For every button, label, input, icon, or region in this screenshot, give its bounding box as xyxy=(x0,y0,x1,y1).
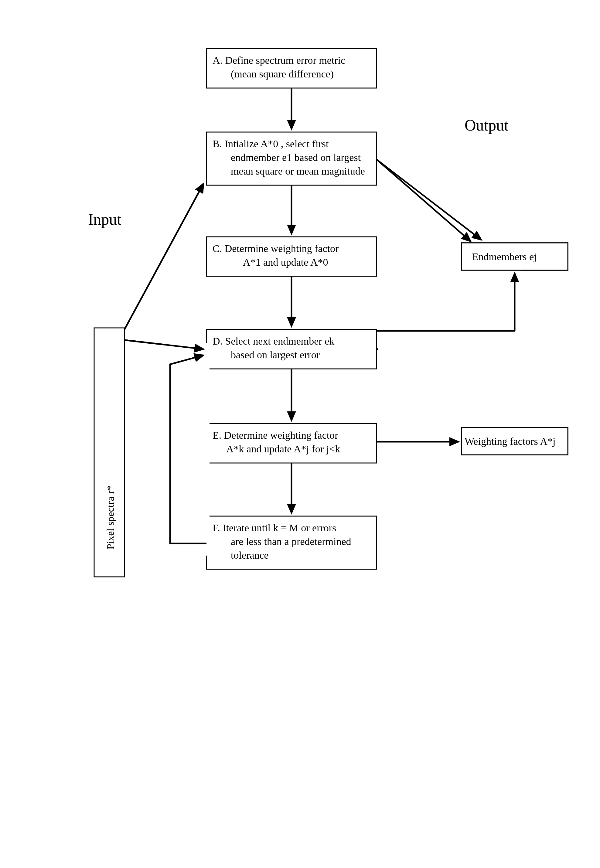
step-e-line1: E. Determine weighting factor xyxy=(212,430,338,441)
step-a-box: A. Define spectrum error metric (mean sq… xyxy=(206,48,377,88)
svg-text:Weighting factors A*j: Weighting factors A*j xyxy=(465,436,555,447)
output-header: Output xyxy=(465,117,509,134)
step-d-box: D. Select next endmember ek based on lar… xyxy=(206,329,377,369)
step-b-line3: mean square or mean magnitude xyxy=(231,165,365,177)
step-b-box: B. Intialize A*0 , select first endmembe… xyxy=(206,132,377,185)
step-e-line2: A*k and update A*j for j<k xyxy=(226,443,340,454)
step-b-line2: endmember e1 based on largest xyxy=(231,152,361,163)
svg-line-20 xyxy=(377,159,471,241)
step-d-line1: D. Select next endmember ek xyxy=(212,335,334,347)
step-d-line2: based on largest error xyxy=(231,349,320,361)
pixel-spectra-box: Pixel spectra r* xyxy=(94,328,124,577)
svg-rect-15 xyxy=(378,272,521,427)
step-c-line1: C. Determine weighting factor xyxy=(212,243,339,254)
step-f-line3: tolerance xyxy=(231,550,269,561)
step-a-line2: (mean square difference) xyxy=(231,68,334,80)
step-f-line1: F. Iterate until k = M or errors xyxy=(212,522,336,533)
pixel-spectra-label: Pixel spectra r* xyxy=(105,485,116,550)
arrow-b-endmembers xyxy=(377,159,481,240)
step-a-line1: A. Define spectrum error metric xyxy=(212,55,345,66)
svg-text:Endmembers ej: Endmembers ej xyxy=(472,251,536,262)
flowchart: Input Output Pixel spectra r* A. Define … xyxy=(0,0,600,868)
step-f-line2: are less than a predetermined xyxy=(231,536,351,547)
step-b-line1: B. Intialize A*0 , select first xyxy=(212,138,329,149)
svg-line-23 xyxy=(124,184,203,329)
step-c-line2: A*1 and update A*0 xyxy=(243,256,328,268)
input-header: Input xyxy=(88,211,121,228)
step-e-box: E. Determine weighting factor A*k and up… xyxy=(206,424,377,463)
step-c-box: C. Determine weighting factor A*1 and up… xyxy=(206,237,377,276)
step-f-box: F. Iterate until k = M or errors are les… xyxy=(206,516,377,569)
